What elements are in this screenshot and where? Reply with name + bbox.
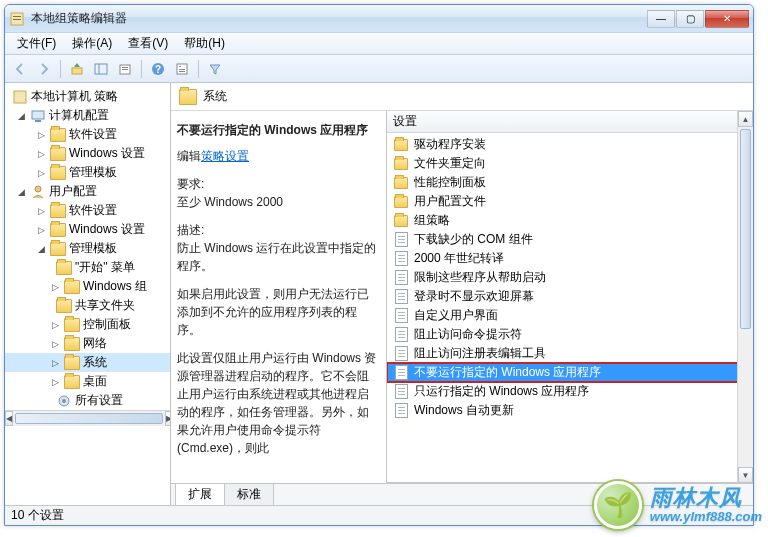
list-row[interactable]: 组策略 <box>387 211 752 230</box>
svg-rect-12 <box>179 66 181 67</box>
list-item-label: 阻止访问命令提示符 <box>414 326 522 343</box>
edit-policy-link[interactable]: 策略设置 <box>201 149 249 163</box>
minimize-button[interactable]: — <box>647 10 675 28</box>
scroll-down-button[interactable]: ▼ <box>738 467 753 483</box>
list-row[interactable]: 阻止访问命令提示符 <box>387 325 752 344</box>
tree-cc-admin[interactable]: ▷管理模板 <box>5 163 170 182</box>
filter-button[interactable] <box>204 58 226 80</box>
tree-windows-components[interactable]: ▷Windows 组 <box>5 277 170 296</box>
tree-cc-windows[interactable]: ▷Windows 设置 <box>5 144 170 163</box>
list-row[interactable]: 驱动程序安装 <box>387 135 752 154</box>
scroll-up-button[interactable]: ▲ <box>738 111 753 127</box>
status-bar: 10 个设置 <box>5 505 753 525</box>
expander-expand-icon[interactable]: ▷ <box>36 224 47 235</box>
navigation-tree[interactable]: 本地计算机 策略 ◢计算机配置 ▷软件设置 ▷Windows 设置 ▷管理模板 … <box>5 83 171 505</box>
separator <box>198 60 199 78</box>
close-button[interactable]: ✕ <box>705 10 749 28</box>
app-icon <box>9 11 25 27</box>
user-icon <box>30 184 46 200</box>
menu-file[interactable]: 文件(F) <box>9 33 64 54</box>
expander-collapse-icon[interactable]: ◢ <box>36 243 47 254</box>
expander-collapse-icon[interactable]: ◢ <box>16 110 27 121</box>
tab-extended[interactable]: 扩展 <box>175 484 225 506</box>
tree-computer-config[interactable]: ◢计算机配置 <box>5 106 170 125</box>
policy-icon <box>12 89 28 105</box>
setting-icon <box>393 327 409 343</box>
export-button[interactable] <box>114 58 136 80</box>
expander-expand-icon[interactable]: ▷ <box>50 281 61 292</box>
folder-icon <box>64 318 80 332</box>
maximize-button[interactable]: ▢ <box>676 10 704 28</box>
folder-icon <box>50 166 66 180</box>
list-row[interactable]: 用户配置文件 <box>387 192 752 211</box>
expander-expand-icon[interactable]: ▷ <box>36 129 47 140</box>
tree-root[interactable]: 本地计算机 策略 <box>5 87 170 106</box>
tree-uc-admin[interactable]: ◢管理模板 <box>5 239 170 258</box>
toolbar: ? <box>5 55 753 83</box>
expander-expand-icon[interactable]: ▷ <box>36 205 47 216</box>
expander-expand-icon[interactable]: ▷ <box>50 338 61 349</box>
folder-icon <box>64 375 80 389</box>
setting-icon <box>393 270 409 286</box>
tree-user-config[interactable]: ◢用户配置 <box>5 182 170 201</box>
description-p2: 如果启用此设置，则用户无法运行已添加到不允许的应用程序列表的程序。 <box>177 285 378 339</box>
tree-horizontal-scrollbar[interactable]: ◀ ▶ <box>5 410 170 426</box>
separator <box>141 60 142 78</box>
list-item-label: 用户配置文件 <box>414 193 486 210</box>
list-item-label: Windows 自动更新 <box>414 402 514 419</box>
tree-desktop[interactable]: ▷桌面 <box>5 372 170 391</box>
svg-rect-7 <box>122 67 128 68</box>
tree-cc-software[interactable]: ▷软件设置 <box>5 125 170 144</box>
properties-button[interactable] <box>171 58 193 80</box>
list-item-label: 性能控制面板 <box>414 174 486 191</box>
tree-system[interactable]: ▷系统 <box>5 353 170 372</box>
expander-expand-icon[interactable]: ▷ <box>36 148 47 159</box>
expander-collapse-icon[interactable]: ◢ <box>16 186 27 197</box>
menu-action[interactable]: 操作(A) <box>64 33 120 54</box>
list-row[interactable]: 不要运行指定的 Windows 应用程序 <box>387 363 752 382</box>
list-item-label: 不要运行指定的 Windows 应用程序 <box>414 364 601 381</box>
expander-expand-icon[interactable]: ▷ <box>50 376 61 387</box>
tree-shared-folders[interactable]: 共享文件夹 <box>5 296 170 315</box>
help-button[interactable]: ? <box>147 58 169 80</box>
scroll-thumb[interactable] <box>15 413 163 424</box>
list-row[interactable]: 限制这些程序从帮助启动 <box>387 268 752 287</box>
forward-button[interactable] <box>33 58 55 80</box>
list-row[interactable]: 阻止访问注册表编辑工具 <box>387 344 752 363</box>
list-row[interactable]: 只运行指定的 Windows 应用程序 <box>387 382 752 401</box>
tree-network[interactable]: ▷网络 <box>5 334 170 353</box>
scroll-left-button[interactable]: ◀ <box>5 411 13 426</box>
expander-expand-icon[interactable]: ▷ <box>36 167 47 178</box>
list-item-label: 文件夹重定向 <box>414 155 486 172</box>
list-row[interactable]: 自定义用户界面 <box>387 306 752 325</box>
expander-expand-icon[interactable]: ▷ <box>50 357 61 368</box>
list-row[interactable]: 登录时不显示欢迎屏幕 <box>387 287 752 306</box>
folder-icon <box>50 204 66 218</box>
list-item-label: 2000 年世纪转译 <box>414 250 504 267</box>
list-row[interactable]: 2000 年世纪转译 <box>387 249 752 268</box>
svg-rect-4 <box>95 64 107 74</box>
list-vertical-scrollbar[interactable]: ▲ ▼ <box>737 111 753 483</box>
tree-uc-windows[interactable]: ▷Windows 设置 <box>5 220 170 239</box>
setting-icon <box>393 365 409 381</box>
up-button[interactable] <box>66 58 88 80</box>
tree-start-menu[interactable]: "开始" 菜单 <box>5 258 170 277</box>
tree-uc-software[interactable]: ▷软件设置 <box>5 201 170 220</box>
tree-control-panel[interactable]: ▷控制面板 <box>5 315 170 334</box>
tab-standard[interactable]: 标准 <box>224 484 274 506</box>
menu-help[interactable]: 帮助(H) <box>176 33 233 54</box>
expander-expand-icon[interactable]: ▷ <box>50 319 61 330</box>
menu-view[interactable]: 查看(V) <box>120 33 176 54</box>
tree-all-settings[interactable]: 所有设置 <box>5 391 170 410</box>
column-header[interactable]: 设置 <box>387 111 752 133</box>
show-tree-button[interactable] <box>90 58 112 80</box>
setting-icon <box>393 346 409 362</box>
list-row[interactable]: 性能控制面板 <box>387 173 752 192</box>
scroll-thumb[interactable] <box>740 129 751 329</box>
settings-list[interactable]: 设置 驱动程序安装文件夹重定向性能控制面板用户配置文件组策略下载缺少的 COM … <box>386 111 753 483</box>
list-row[interactable]: 下载缺少的 COM 组件 <box>387 230 752 249</box>
list-row[interactable]: Windows 自动更新 <box>387 401 752 420</box>
setting-icon <box>393 251 409 267</box>
list-row[interactable]: 文件夹重定向 <box>387 154 752 173</box>
back-button[interactable] <box>9 58 31 80</box>
